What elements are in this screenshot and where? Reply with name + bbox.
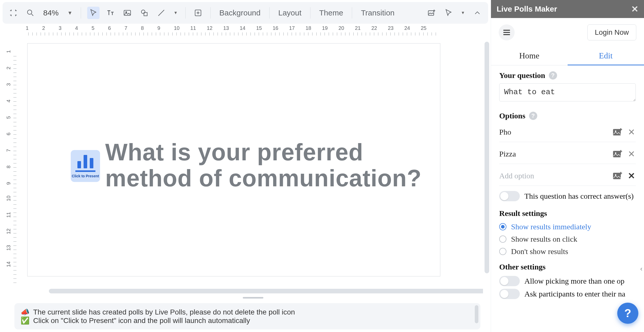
cursor-share-icon[interactable] — [442, 7, 455, 19]
speaker-notes[interactable]: 📣 The current slide has created polls by… — [14, 303, 480, 329]
svg-rect-11 — [613, 173, 621, 179]
separator — [210, 7, 211, 19]
setting-toggle[interactable] — [499, 289, 520, 299]
result-option[interactable]: Don't show results — [499, 247, 636, 256]
scroll-hint-icon[interactable]: ‹ — [640, 265, 642, 273]
radio-label: Show results on click — [511, 235, 577, 243]
horizontal-ruler[interactable] — [16, 24, 486, 36]
radio-icon — [499, 248, 506, 255]
add-image-icon[interactable] — [613, 171, 623, 180]
separator — [352, 7, 352, 19]
ruler-tick — [5, 171, 16, 188]
ruler-tick — [5, 138, 16, 155]
question-label: Your question ? — [499, 71, 636, 80]
poll-click-to-present-icon[interactable]: Click to Present — [71, 150, 100, 182]
option-input[interactable] — [499, 128, 609, 136]
toolbar: 84% ▼ ▼ Background Layout Theme — [3, 2, 488, 24]
resize-grip[interactable] — [243, 297, 263, 299]
megaphone-icon: 📣 — [21, 308, 30, 316]
select-tool[interactable] — [87, 7, 100, 19]
label-text: Your question — [499, 71, 545, 80]
menu-icon[interactable] — [499, 24, 515, 40]
question-input[interactable] — [499, 83, 636, 101]
svg-rect-6 — [428, 11, 434, 15]
shape-tool[interactable] — [138, 7, 150, 19]
ruler-tick — [5, 89, 16, 106]
background-button[interactable]: Background — [217, 7, 263, 19]
slide-title[interactable]: What is your preferred method of communi… — [105, 139, 425, 191]
notes-scrollbar[interactable] — [475, 305, 478, 327]
radio-icon — [499, 235, 506, 243]
option-input[interactable] — [499, 150, 609, 158]
radio-icon — [499, 223, 506, 230]
close-icon[interactable]: ✕ — [631, 4, 638, 14]
cursor-dropdown[interactable]: ▼ — [459, 7, 467, 19]
textbox-tool[interactable] — [104, 7, 117, 19]
svg-rect-9 — [613, 151, 621, 157]
notes-text: Click on "Click to Present" icon and the… — [33, 317, 250, 325]
comment-icon[interactable] — [192, 7, 204, 19]
other-setting-row: Ask participants to enter their na — [499, 289, 636, 299]
insert-image-icon[interactable] — [425, 7, 438, 19]
workspace: Click to Present What is your preferred … — [0, 24, 491, 300]
svg-point-0 — [28, 10, 32, 14]
login-button[interactable]: Login Now — [587, 24, 636, 40]
line-tool[interactable] — [155, 7, 167, 19]
scrollbar-thumb[interactable] — [475, 305, 478, 323]
toggle-label: Ask participants to enter their na — [524, 290, 625, 298]
setting-toggle[interactable] — [499, 276, 520, 286]
ruler-tick — [5, 270, 16, 287]
correct-answer-toggle[interactable] — [499, 191, 520, 201]
scrollbar-thumb[interactable] — [49, 289, 483, 293]
add-image-icon[interactable] — [613, 128, 623, 136]
transition-button[interactable]: Transition — [358, 7, 397, 19]
bar-chart-icon — [77, 154, 93, 168]
radio-label: Show results immediately — [511, 222, 591, 231]
zoom-icon[interactable] — [24, 7, 37, 19]
poll-icon-caption: Click to Present — [72, 174, 99, 178]
vertical-ruler[interactable] — [5, 36, 16, 300]
add-option-input[interactable] — [499, 171, 609, 180]
other-setting-row: Allow picking more than one op — [499, 276, 636, 286]
live-polls-panel: Live Polls Maker ✕ Login Now Home Edit Y… — [491, 0, 644, 332]
separator — [310, 7, 310, 19]
vertical-scrollbar[interactable] — [485, 42, 489, 287]
separator — [81, 7, 81, 19]
radio-label: Don't show results — [511, 247, 568, 256]
zoom-dropdown[interactable]: 84% ▼ — [41, 8, 75, 17]
help-icon[interactable]: ? — [529, 112, 537, 120]
remove-option-icon[interactable]: ✕ — [627, 127, 636, 137]
help-icon[interactable]: ? — [549, 71, 557, 80]
line-dropdown[interactable]: ▼ — [172, 7, 179, 19]
ruler-tick — [5, 155, 16, 171]
scrollbar-thumb[interactable] — [485, 42, 489, 273]
ruler-tick — [5, 56, 16, 73]
layout-button[interactable]: Layout — [276, 7, 304, 19]
tab-home[interactable]: Home — [491, 47, 568, 65]
result-settings-heading: Result settings — [499, 209, 636, 218]
theme-button[interactable]: Theme — [317, 7, 346, 19]
remove-option-icon[interactable]: ✕ — [627, 149, 636, 159]
caret-down-icon: ▼ — [62, 10, 73, 16]
svg-point-3 — [141, 10, 145, 14]
presentation-editor: 84% ▼ ▼ Background Layout Theme — [0, 0, 491, 332]
help-fab[interactable]: ? — [617, 303, 638, 324]
separator — [269, 7, 270, 19]
image-tool[interactable] — [121, 7, 133, 19]
result-option[interactable]: Show results on click — [499, 235, 636, 243]
slide[interactable]: Click to Present What is your preferred … — [27, 43, 440, 276]
print-format-icon[interactable] — [7, 7, 20, 19]
panel-header: Live Polls Maker ✕ — [491, 0, 644, 18]
zoom-value: 84% — [43, 8, 59, 17]
option-row: ✕ — [499, 146, 636, 164]
label-text: Options — [499, 111, 525, 120]
collapse-toolbar-icon[interactable] — [471, 7, 484, 19]
remove-option-icon[interactable]: ✕ — [627, 171, 636, 181]
tab-edit[interactable]: Edit — [568, 47, 644, 65]
horizontal-scrollbar[interactable] — [49, 289, 473, 293]
panel-body: Your question ? Options ? ✕ ✕ ✕ This — [491, 65, 644, 332]
ruler-tick — [423, 24, 440, 36]
ruler-tick — [5, 73, 16, 89]
result-option[interactable]: Show results immediately — [499, 222, 636, 231]
add-image-icon[interactable] — [613, 150, 623, 158]
